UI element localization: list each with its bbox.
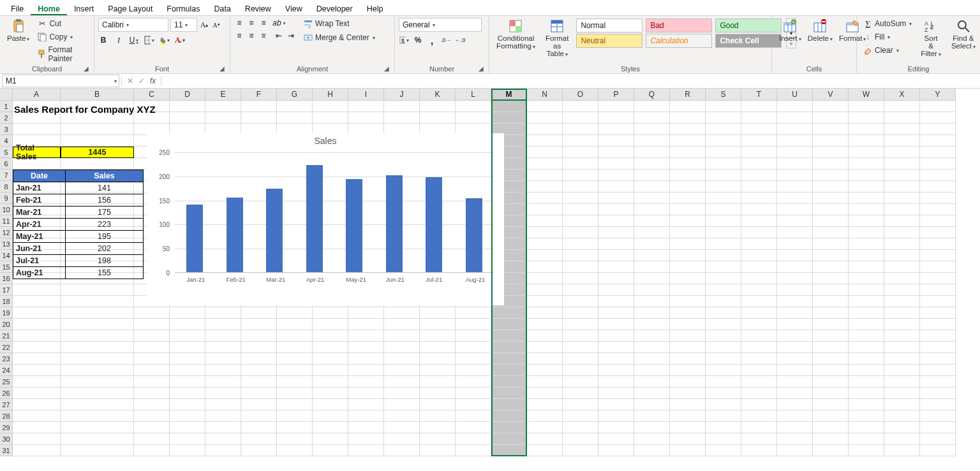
cell-H27[interactable] [313, 399, 348, 410]
cell-A17[interactable] [13, 284, 61, 296]
cell-T19[interactable] [741, 307, 777, 319]
cell-R12[interactable] [670, 227, 706, 238]
cell-X12[interactable] [884, 227, 920, 238]
cell-P14[interactable] [598, 250, 634, 261]
font-size-dropdown[interactable]: 11▾ [170, 18, 197, 32]
cell-P13[interactable] [598, 238, 634, 250]
cell-L24[interactable] [456, 365, 491, 376]
cell-Y24[interactable] [920, 365, 956, 376]
cell-O2[interactable] [563, 112, 598, 124]
cell-F24[interactable] [241, 365, 277, 376]
cell-X26[interactable] [884, 388, 920, 399]
menu-help[interactable]: Help [360, 3, 390, 15]
cell-Q29[interactable] [634, 422, 670, 433]
cell-G22[interactable] [277, 342, 313, 353]
cell-I25[interactable] [348, 376, 384, 388]
cell-S12[interactable] [706, 227, 741, 238]
cell-Q18[interactable] [634, 296, 670, 307]
cell-D23[interactable] [170, 353, 205, 365]
menu-data[interactable]: Data [207, 3, 237, 15]
cell-Y31[interactable] [920, 445, 956, 456]
col-header-J[interactable]: J [384, 89, 420, 101]
cell-P24[interactable] [598, 365, 634, 376]
decrease-indent-icon[interactable]: ⇤ [274, 31, 284, 41]
cell-P19[interactable] [598, 307, 634, 319]
cell-V12[interactable] [813, 227, 849, 238]
cell-R8[interactable] [670, 181, 706, 192]
cell-B30[interactable] [61, 433, 134, 445]
row-header-26[interactable]: 26 [0, 388, 13, 399]
cell-N26[interactable] [527, 388, 563, 399]
cell-A22[interactable] [13, 342, 61, 353]
cell-D27[interactable] [170, 399, 205, 410]
col-header-M[interactable]: M [491, 89, 527, 101]
row-header-15[interactable]: 15 [0, 261, 13, 273]
col-header-Q[interactable]: Q [634, 89, 670, 101]
col-header-H[interactable]: H [313, 89, 348, 101]
cell-J26[interactable] [384, 388, 420, 399]
cell-N3[interactable] [527, 124, 563, 135]
cell-V25[interactable] [813, 376, 849, 388]
cell-P7[interactable] [598, 170, 634, 181]
cell-N12[interactable] [527, 227, 563, 238]
cell-T3[interactable] [741, 124, 777, 135]
cell-T8[interactable] [741, 181, 777, 192]
row-header-20[interactable]: 20 [0, 319, 13, 330]
row-header-23[interactable]: 23 [0, 353, 13, 365]
cell-R5[interactable] [670, 147, 706, 158]
cell-I2[interactable] [348, 112, 384, 124]
font-name-dropdown[interactable]: Calibri▾ [98, 18, 168, 32]
cell-Y30[interactable] [920, 433, 956, 445]
cell-Y1[interactable] [920, 101, 956, 112]
cell-L26[interactable] [456, 388, 491, 399]
cell-X16[interactable] [884, 273, 920, 284]
cell-L30[interactable] [456, 433, 491, 445]
cell-W14[interactable] [849, 250, 884, 261]
cell-A20[interactable] [13, 319, 61, 330]
col-header-L[interactable]: L [456, 89, 491, 101]
cell-O8[interactable] [563, 181, 598, 192]
cell-B26[interactable] [61, 388, 134, 399]
cell-H1[interactable] [313, 101, 348, 112]
cell-T12[interactable] [741, 227, 777, 238]
row-header-21[interactable]: 21 [0, 330, 13, 342]
cell-B23[interactable] [61, 353, 134, 365]
cell-W16[interactable] [849, 273, 884, 284]
col-header-U[interactable]: U [777, 89, 813, 101]
cell-M28[interactable] [491, 410, 527, 422]
cell-Q20[interactable] [634, 319, 670, 330]
cell-G31[interactable] [277, 445, 313, 456]
cell-E30[interactable] [205, 433, 241, 445]
cell-N6[interactable] [527, 158, 563, 170]
cell-S21[interactable] [706, 330, 741, 342]
orientation-button[interactable]: ab [274, 18, 284, 28]
cell-Y3[interactable] [920, 124, 956, 135]
cell-N22[interactable] [527, 342, 563, 353]
cell-N24[interactable] [527, 365, 563, 376]
cell-V4[interactable] [813, 135, 849, 147]
cell-S22[interactable] [706, 342, 741, 353]
sales-chart[interactable]: Sales 050100150200250 Jan-21Feb-21Mar-21… [147, 133, 504, 305]
merge-center-button[interactable]: Merge & Center [301, 32, 377, 43]
cell-S9[interactable] [706, 192, 741, 204]
cell-O17[interactable] [563, 284, 598, 296]
cell-W6[interactable] [849, 158, 884, 170]
cell-O11[interactable] [563, 215, 598, 227]
cell-N11[interactable] [527, 215, 563, 227]
cell-Y29[interactable] [920, 422, 956, 433]
cell-Q13[interactable] [634, 238, 670, 250]
cell-L19[interactable] [456, 307, 491, 319]
cell-O20[interactable] [563, 319, 598, 330]
cell-W20[interactable] [849, 319, 884, 330]
cell-U23[interactable] [777, 353, 813, 365]
cell-B17[interactable] [61, 284, 134, 296]
align-middle-icon[interactable]: ≡ [246, 18, 256, 28]
cell-I29[interactable] [348, 422, 384, 433]
cell-O25[interactable] [563, 376, 598, 388]
col-header-A[interactable]: A [13, 89, 61, 101]
row-header-17[interactable]: 17 [0, 284, 13, 296]
cell-E20[interactable] [205, 319, 241, 330]
cell-V26[interactable] [813, 388, 849, 399]
cell-D20[interactable] [170, 319, 205, 330]
cell-I21[interactable] [348, 330, 384, 342]
